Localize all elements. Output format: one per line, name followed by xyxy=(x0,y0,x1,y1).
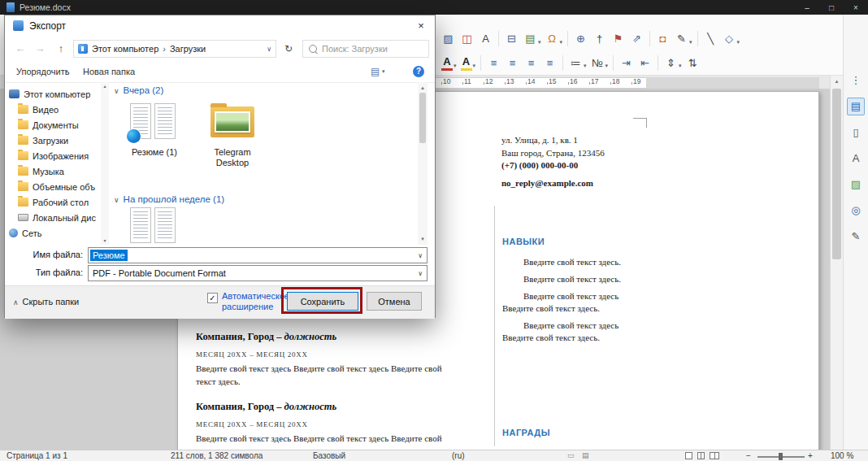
accessibility-check-icon[interactable]: ✎ xyxy=(847,228,865,246)
hide-folders-button[interactable]: ∧Скрыть папки xyxy=(13,297,79,307)
basic-shapes-icon[interactable]: ◇ xyxy=(720,29,739,48)
gallery-icon[interactable]: ▨ xyxy=(847,176,865,194)
line-spacing-icon[interactable]: ⇕ xyxy=(662,54,680,72)
dropdown-arrow-icon[interactable]: ▾ xyxy=(605,63,609,69)
scroll-up-icon[interactable]: ▴ xyxy=(418,82,427,94)
cross-reference-icon[interactable]: ⇗ xyxy=(627,29,646,48)
collapse-icon[interactable]: ∨ xyxy=(114,87,119,95)
selection-mode-icon[interactable]: ▭ xyxy=(567,451,575,459)
tree-scrollbar[interactable]: ▴ ▾ xyxy=(101,82,109,245)
increase-indent-icon[interactable]: ⇥ xyxy=(617,54,636,72)
insert-text-box-icon[interactable]: A xyxy=(476,29,495,48)
cancel-button[interactable]: Отмена xyxy=(367,292,422,311)
zoom-level[interactable]: 100 % xyxy=(831,451,853,460)
scrollbar-thumb[interactable] xyxy=(832,89,841,259)
chevron-down-icon[interactable]: ∨ xyxy=(418,252,423,259)
single-page-view-icon[interactable] xyxy=(685,452,692,459)
file-tile-older-document[interactable] xyxy=(117,206,192,245)
auto-extension-checkbox[interactable]: ✓ xyxy=(207,293,218,303)
close-window-button[interactable]: × xyxy=(844,3,868,12)
file-tile-resume[interactable]: Резюме (1) xyxy=(117,100,192,178)
tree-item-downloads[interactable]: Загрузки xyxy=(5,133,101,148)
file-tile-telegram[interactable]: Telegram Desktop xyxy=(195,100,270,178)
page-style[interactable]: Базовый xyxy=(313,451,345,460)
comment-icon[interactable]: ◘ xyxy=(653,29,672,48)
dropdown-arrow-icon[interactable]: ▾ xyxy=(689,39,692,46)
multi-page-view-icon[interactable] xyxy=(697,452,705,459)
save-button[interactable]: Сохранить xyxy=(287,292,358,311)
dropdown-arrow-icon[interactable]: ▾ xyxy=(538,39,541,46)
insert-line-icon[interactable]: ╲ xyxy=(701,29,720,48)
scroll-up-icon[interactable]: ▴ xyxy=(101,82,109,90)
dropdown-arrow-icon[interactable]: ▾ xyxy=(65,68,68,75)
minimize-button[interactable]: – xyxy=(795,3,819,12)
dialog-close-button[interactable]: × xyxy=(407,15,435,37)
document-scrollbar[interactable]: ▴ xyxy=(830,76,843,450)
auto-extension-label[interactable]: Автоматическое расширение xyxy=(222,291,292,312)
align-right-icon[interactable]: ≡ xyxy=(522,54,540,72)
document-modified-icon[interactable]: ▤ xyxy=(582,451,589,459)
tree-item-documents[interactable]: Документы xyxy=(5,117,101,133)
bullet-list-icon[interactable]: ≔ xyxy=(566,54,585,72)
special-character-icon[interactable]: Ω xyxy=(543,29,562,48)
zoom-slider-thumb[interactable] xyxy=(779,453,783,460)
sidebar-settings-icon[interactable]: ⋮ xyxy=(847,72,865,89)
numbered-list-icon[interactable]: № xyxy=(588,54,607,72)
align-left-icon[interactable]: ≡ xyxy=(484,54,503,72)
tree-item-desktop[interactable]: Рабочий стол xyxy=(5,194,101,210)
page-break-icon[interactable]: ⊟ xyxy=(502,29,521,48)
file-list-scrollbar[interactable]: ▴ ▾ xyxy=(418,82,427,245)
scroll-down-icon[interactable]: ▾ xyxy=(101,237,109,245)
track-changes-icon[interactable]: ✎ xyxy=(672,29,691,48)
help-icon[interactable]: ? xyxy=(413,66,424,77)
decrease-indent-icon[interactable]: ⇤ xyxy=(636,54,654,72)
chevron-down-icon[interactable]: ∨ xyxy=(418,270,423,277)
bookmark-icon[interactable]: ⚑ xyxy=(609,29,627,48)
tree-item-local-disk[interactable]: Локальный дис xyxy=(5,210,101,225)
forward-icon[interactable]: → xyxy=(31,37,49,61)
navigator-icon[interactable]: ◎ xyxy=(847,202,865,220)
breadcrumb[interactable]: Этот компьютер › Загрузки ∨ xyxy=(73,40,276,58)
up-icon[interactable]: ↑ xyxy=(52,37,70,61)
back-icon[interactable]: ← xyxy=(11,37,29,61)
breadcrumb-dropdown-icon[interactable]: ∨ xyxy=(267,46,271,53)
footnote-icon[interactable]: † xyxy=(590,29,609,48)
insert-chart-icon[interactable]: ◫ xyxy=(458,29,476,48)
breadcrumb-folder[interactable]: Загрузки xyxy=(170,44,206,54)
text-language[interactable]: (ru) xyxy=(452,451,465,460)
tree-item-music[interactable]: Музыка xyxy=(5,163,101,179)
tree-item-this-pc[interactable]: Этот компьютер xyxy=(5,86,101,102)
dropdown-arrow-icon[interactable]: ▾ xyxy=(679,63,682,69)
tree-item-pictures[interactable]: Изображения xyxy=(5,148,101,163)
dropdown-arrow-icon[interactable]: ▾ xyxy=(560,39,563,46)
maximize-button[interactable]: □ xyxy=(819,3,844,12)
insert-image-icon[interactable]: ▨ xyxy=(439,29,458,48)
highlighting-color-icon[interactable]: A xyxy=(458,54,475,72)
paragraph-spacing-icon[interactable]: ⇅ xyxy=(684,54,702,72)
group-header-last-week[interactable]: ∨На прошлой неделе (1) xyxy=(114,194,224,204)
dropdown-arrow-icon[interactable]: ▾ xyxy=(584,63,587,69)
view-options-icon[interactable]: ▤ xyxy=(371,61,380,82)
book-view-icon[interactable] xyxy=(710,452,719,459)
dropdown-arrow-icon[interactable]: ▾ xyxy=(382,68,385,75)
tree-item-videos[interactable]: Видео xyxy=(5,102,101,117)
filename-input[interactable]: Резюме ∨ xyxy=(88,247,427,263)
refresh-icon[interactable]: ↻ xyxy=(280,40,297,58)
breadcrumb-root[interactable]: Этот компьютер xyxy=(92,44,158,54)
justify-icon[interactable]: ≡ xyxy=(540,54,559,72)
font-color-icon[interactable]: A xyxy=(439,54,455,72)
tree-item-3d-objects[interactable]: Объемные объ xyxy=(5,179,101,194)
scroll-down-icon[interactable]: ▾ xyxy=(418,233,427,245)
filetype-select[interactable]: PDF - Portable Document Format ∨ xyxy=(88,265,427,281)
zoom-out-icon[interactable]: − xyxy=(746,451,751,460)
scrollbar-thumb[interactable] xyxy=(419,93,426,143)
zoom-in-icon[interactable]: + xyxy=(808,451,813,460)
properties-icon[interactable]: ▤ xyxy=(847,98,865,115)
align-center-icon[interactable]: ≡ xyxy=(503,54,522,72)
group-header-yesterday[interactable]: ∨Вчера (2) xyxy=(114,85,163,95)
collapse-icon[interactable]: ∨ xyxy=(114,196,119,204)
search-box[interactable]: Поиск: Загрузки xyxy=(302,40,429,58)
page-icon[interactable]: ▯ xyxy=(847,124,865,141)
styles-icon[interactable]: A xyxy=(847,150,865,167)
page-count[interactable]: Страница 1 из 1 xyxy=(7,451,67,460)
